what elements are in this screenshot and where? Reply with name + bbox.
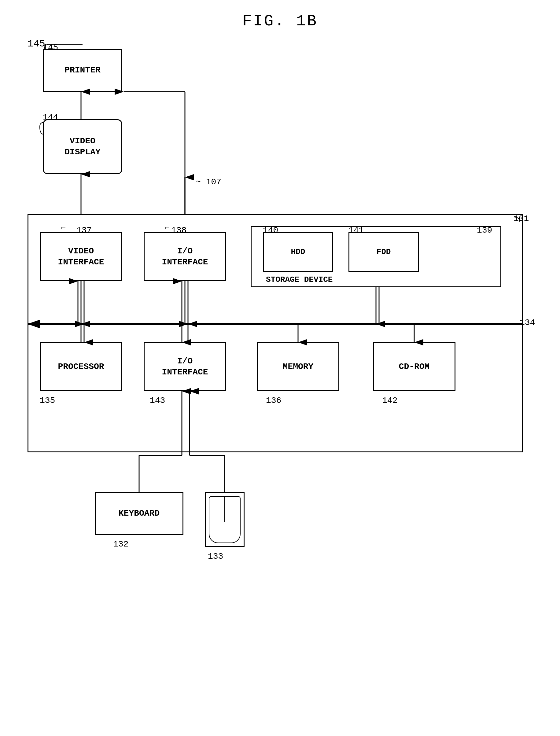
video-interface-box: VIDEOINTERFACE [40,232,122,281]
ref-141: 141 [348,226,364,235]
ref-142: 142 [382,396,397,405]
printer-label: PRINTER [64,65,101,76]
processor-box: PROCESSOR [40,342,122,391]
ref-137: 137 [76,226,92,235]
io-interface-lower-box: I/OINTERFACE [144,342,226,391]
keyboard-box: KEYBOARD [95,492,183,535]
ref-145: 145 [43,43,58,52]
io-interface-lower-label: I/OINTERFACE [162,356,208,378]
memory-box: MEMORY [257,342,339,391]
keyboard-label: KEYBOARD [119,508,160,519]
processor-label: PROCESSOR [58,361,104,372]
ref-144: 144 [43,112,58,122]
ref-134: 134 [520,318,535,327]
printer-box: PRINTER [43,49,122,92]
fdd-box: FDD [348,232,419,272]
ref-101: 101 [514,214,529,223]
cdrom-box: CD-ROM [373,342,455,391]
ref-140: 140 [263,226,278,235]
cdrom-label: CD-ROM [399,361,430,372]
ref-107: ~ 107 [196,177,221,187]
ref-139: 139 [477,226,492,235]
brace-138: ⌐ [165,223,170,232]
io-interface-upper-box: I/OINTERFACE [144,232,226,281]
hdd-label: HDD [291,247,305,257]
ref-135: 135 [40,396,55,405]
ref-132: 132 [113,539,128,549]
fig-title: FIG. 1B [242,12,318,30]
ref-138: 138 [171,226,186,235]
video-display-box: VIDEODISPLAY [43,119,122,174]
brace-137: ⌐ [61,223,66,232]
ref-133: 133 [208,552,223,561]
video-interface-label: VIDEOINTERFACE [58,246,104,268]
io-interface-upper-label: I/OINTERFACE [162,246,208,268]
mouse-box [205,492,245,547]
memory-label: MEMORY [283,361,314,372]
storage-device-label: STORAGE DEVICE [266,275,333,284]
ref-136: 136 [266,396,281,405]
video-display-label: VIDEODISPLAY [64,136,101,158]
ref-143: 143 [150,396,165,405]
fdd-label: FDD [377,247,391,257]
diagram: FIG. 1B PRINTER 145 VIDEODISPLAY 144 101… [0,0,560,736]
hdd-box: HDD [263,232,333,272]
svg-text:145: 145 [28,38,45,50]
